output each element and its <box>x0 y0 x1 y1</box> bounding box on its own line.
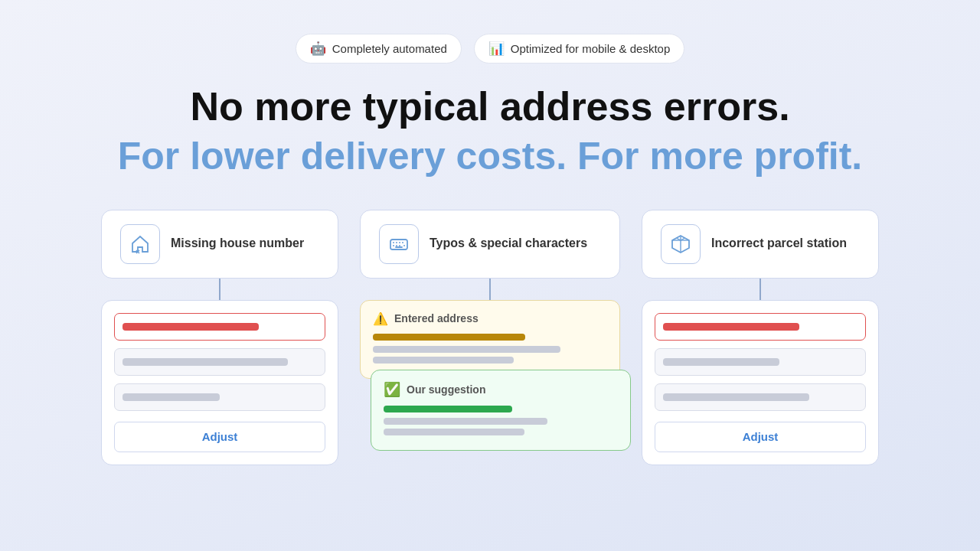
gray-bar-4 <box>384 429 524 435</box>
bar-red-missing <box>122 323 259 331</box>
input-error-parcel[interactable] <box>655 313 866 341</box>
warning-icon: ⚠️ <box>373 311 388 326</box>
keyboard-icon-wrap <box>379 224 419 264</box>
card-header-typos: Typos & special characters <box>360 210 620 279</box>
badge-automated: 🤖 Completely automated <box>296 34 462 64</box>
input-3-missing[interactable] <box>114 383 325 411</box>
cards-row: Missing house number Adjust <box>101 210 879 465</box>
bar-gray1-missing <box>122 358 288 366</box>
form-missing: Adjust <box>101 300 338 465</box>
card-label-missing: Missing house number <box>171 236 304 252</box>
headline-line1: No more typical address errors. <box>190 85 789 129</box>
headline-line2: For lower delivery costs. For more profi… <box>118 135 862 179</box>
badge-automated-label: Completely automated <box>332 42 447 55</box>
connector-typos <box>489 279 491 300</box>
badges-row: 🤖 Completely automated 📊 Optimized for m… <box>296 34 685 64</box>
bar-gray3-parcel <box>663 358 779 366</box>
card-typos: Typos & special characters ⚠️ Entered ad… <box>360 210 620 451</box>
connector-parcel <box>760 279 761 300</box>
house-icon-wrap <box>120 224 160 264</box>
card-label-parcel: Incorrect parcel station <box>711 236 847 252</box>
parcel-icon <box>670 233 691 255</box>
card-label-typos: Typos & special characters <box>430 236 587 252</box>
adjust-button-missing[interactable]: Adjust <box>114 422 325 452</box>
input-error-missing[interactable] <box>114 313 325 341</box>
keyboard-icon <box>388 233 410 255</box>
suggestion-card: ✅ Our suggestion <box>371 370 631 451</box>
input-2-parcel[interactable] <box>655 348 866 376</box>
green-bar <box>384 406 512 412</box>
entered-label: Entered address <box>394 312 479 324</box>
robot-icon: 🤖 <box>310 41 326 57</box>
entered-address-card: ⚠️ Entered address <box>360 300 620 379</box>
card-missing-house: Missing house number Adjust <box>101 210 338 465</box>
bar-gray4-parcel <box>663 393 809 401</box>
input-3-parcel[interactable] <box>655 383 866 411</box>
check-icon: ✅ <box>384 381 400 398</box>
badge-mobile: 📊 Optimized for mobile & desktop <box>474 34 684 64</box>
card-parcel: Incorrect parcel station Adjust <box>642 210 879 465</box>
gray-bar-3 <box>384 418 547 425</box>
badge-mobile-label: Optimized for mobile & desktop <box>511 42 670 55</box>
house-x-icon <box>129 233 151 255</box>
gold-bar <box>373 334 525 341</box>
adjust-button-parcel[interactable]: Adjust <box>655 422 866 452</box>
gray-bar-2 <box>373 357 514 364</box>
svg-rect-2 <box>390 240 407 249</box>
form-typos: ⚠️ Entered address ✅ Our suggestion <box>360 300 620 451</box>
bar-red-parcel <box>663 323 799 331</box>
chart-icon: 📊 <box>488 41 505 57</box>
form-parcel: Adjust <box>642 300 879 465</box>
card-header-missing: Missing house number <box>101 210 338 279</box>
bar-gray2-missing <box>122 393 220 401</box>
card-header-parcel: Incorrect parcel station <box>642 210 879 279</box>
parcel-icon-wrap <box>661 224 701 264</box>
input-2-missing[interactable] <box>114 348 325 376</box>
suggestion-label: Our suggestion <box>407 383 485 396</box>
gray-bar-1 <box>373 346 560 353</box>
connector-missing <box>219 279 220 300</box>
